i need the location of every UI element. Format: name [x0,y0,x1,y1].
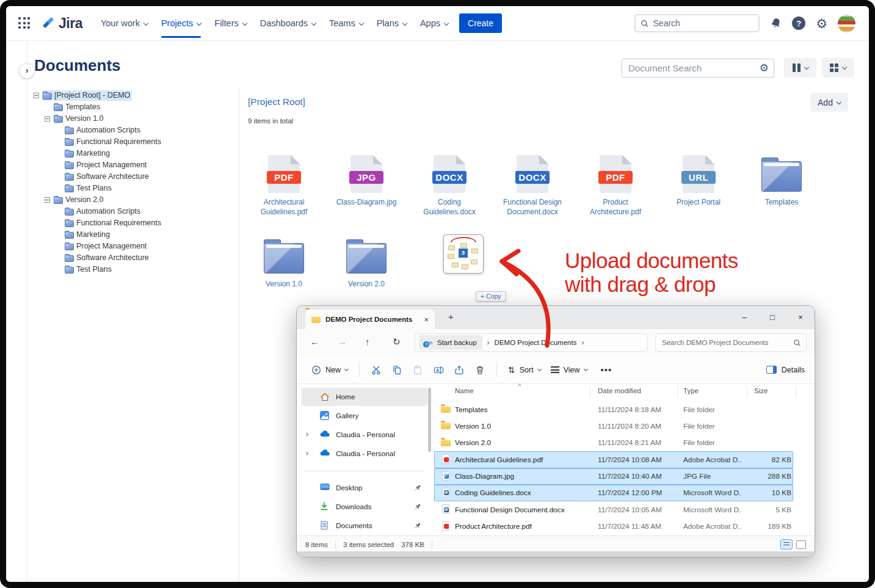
nav-item-dashboards[interactable]: Dashboards [260,18,316,28]
chevron-right-icon[interactable]: › [306,430,308,438]
file-row-version-1-0[interactable]: Version 1.011/11/2024 8:20 AMFile folder [434,418,793,434]
new-button[interactable]: New [307,361,353,379]
tree-item-functional-requirements[interactable]: Functional Requirements [29,217,236,229]
tree-item-software-architecture[interactable]: Software Architecture [29,171,236,183]
forward-icon[interactable]: → [338,336,347,347]
document-item-product-architecture-pdf[interactable]: PDFProduct Architecture.pdf [578,153,653,217]
jira-logo[interactable]: Jira [40,15,82,32]
nav-item-projects[interactable]: Projects [161,18,201,28]
tree-item-marketing[interactable]: Marketing [29,229,236,241]
tree-item-functional-requirements[interactable]: Functional Requirements [29,136,236,148]
column-type[interactable]: Type [683,387,699,394]
file-row-class-diagram-jpg[interactable]: Class-Diagram.jpg11/7/2024 10:40 AMJPG F… [434,468,793,485]
view-button[interactable]: View [546,362,592,378]
paste-icon[interactable] [407,365,428,375]
document-item-project-portal[interactable]: URLProject Portal [661,153,736,207]
document-item-functional-design-document-docx[interactable]: DOCXFunctional Design Document.docx [495,153,570,217]
document-item-version-1-0[interactable]: Version 1.0 [246,234,322,289]
file-row-templates[interactable]: Templates11/11/2024 8:18 AMFile folder [434,401,793,418]
minimize-icon[interactable]: – [730,306,758,329]
sidebar-item-home[interactable]: Home [302,388,427,406]
explorer-search[interactable] [655,333,807,352]
column-divider[interactable] [677,387,678,397]
copy-icon[interactable] [387,365,407,375]
explorer-tab[interactable]: DEMO Project Documents × [305,310,435,329]
app-switcher-icon[interactable] [18,17,31,29]
document-item-class-diagram-jpg[interactable]: JPGClass-Diagram.jpg [329,153,404,207]
tree-item-version-2-0[interactable]: Version 2.0 [29,194,236,206]
maximize-icon[interactable]: □ [758,306,786,329]
cut-icon[interactable] [366,365,387,375]
nav-item-filters[interactable]: Filters [214,18,246,28]
tree-item-project-management[interactable]: Project Management [29,241,236,252]
global-search[interactable] [634,14,760,32]
breadcrumb-path[interactable]: DEMO Project Documents [495,339,577,346]
tree-item-templates[interactable]: Templates [29,101,236,113]
chevron-right-icon[interactable]: › [306,449,308,457]
nav-item-teams[interactable]: Teams [329,18,363,28]
file-row-architectural-guidelines-pdf[interactable]: Architectural Guidelines.pdf11/7/2024 10… [434,451,793,468]
document-item-coding-guidelines-docx[interactable]: DOCXCoding Guidelines.docx [412,153,487,217]
column-name[interactable]: Name [455,387,474,394]
address-bar[interactable]: ☁↻ Start backup › DEMO Project Documents… [415,333,648,352]
file-row-coding-guidelines-docx[interactable]: Coding Guidelines.docx11/7/2024 12:00 PM… [434,485,793,501]
tree-collapse-icon[interactable] [45,116,50,122]
tab-close-icon[interactable]: × [424,315,429,324]
global-search-input[interactable] [653,18,754,28]
column-date-modified[interactable]: Date modified [598,387,641,394]
tree-item-project-management[interactable]: Project Management [29,159,236,171]
nav-item-your-work[interactable]: Your work [101,18,148,28]
sidebar-item-downloads[interactable]: Downloads [302,498,427,516]
sidebar-scrollbar[interactable] [428,388,431,452]
nav-item-plans[interactable]: Plans [377,18,407,28]
details-button[interactable]: Details [766,366,805,374]
document-item-version-2-0[interactable]: Version 2.0 [329,234,404,289]
list-view-toggle-icon[interactable] [780,539,793,550]
tree-item-automation-scripts[interactable]: Automation Scripts [29,206,236,217]
tree-item-test-plans[interactable]: Test Plans [29,264,236,275]
tree-item-project-root-demo[interactable]: [Project Root] - DEMO [29,90,236,101]
new-tab-icon[interactable]: + [448,311,454,322]
drag-preview-card[interactable]: 3 [443,234,484,274]
file-row-functional-design-document-docx[interactable]: Functional Design Document.docx11/7/2024… [434,501,793,518]
column-divider[interactable] [747,387,747,397]
expand-sidebar-button[interactable]: › [19,63,35,79]
sidebar-item-gallery[interactable]: Gallery [302,407,427,425]
settings-gear-icon[interactable]: ⚙ [816,17,827,30]
nav-item-apps[interactable]: Apps [420,18,448,28]
column-divider[interactable] [590,387,590,397]
file-row-product-architecture-pdf[interactable]: Product Architecture.pdf11/7/2024 11:48 … [434,518,793,535]
tree-item-marketing[interactable]: Marketing [29,148,236,159]
up-icon[interactable]: ↑ [365,336,370,347]
help-icon[interactable]: ? [792,16,805,30]
avatar[interactable] [838,15,855,32]
sort-button[interactable]: ⇅ Sort [503,361,546,379]
column-size[interactable]: Size [754,387,768,394]
create-button[interactable]: Create [459,13,502,33]
delete-icon[interactable] [470,365,490,375]
tree-item-test-plans[interactable]: Test Plans [29,183,236,194]
sidebar-item-documents[interactable]: Documents [302,517,427,535]
tree-item-software-architecture[interactable]: Software Architecture [29,252,236,264]
document-item-templates[interactable]: Templates [744,153,819,207]
tree-collapse-icon[interactable] [34,93,39,98]
thumbnail-view-toggle-icon[interactable] [796,540,806,549]
tree-collapse-icon[interactable] [45,197,50,203]
tree-item-version-1-0[interactable]: Version 1.0 [29,113,236,125]
more-options-icon[interactable]: ••• [601,365,612,375]
back-icon[interactable]: ← [310,336,319,347]
column-divider[interactable] [796,387,796,397]
sidebar-item-claudia-personal[interactable]: ›Claudia - Personal [302,445,427,463]
notifications-bell-icon[interactable] [770,18,782,29]
sidebar-item-desktop[interactable]: Desktop [302,479,427,497]
file-row-version-2-0[interactable]: Version 2.011/11/2024 8:21 AMFile folder [434,435,793,451]
refresh-icon[interactable]: ↻ [393,336,401,347]
document-item-architectural-guidelines-pdf[interactable]: PDFArchitectural Guidelines.pdf [246,153,322,217]
tree-item-automation-scripts[interactable]: Automation Scripts [29,125,236,136]
rename-icon[interactable]: A [428,365,449,375]
close-icon[interactable]: × [786,306,815,329]
sidebar-item-claudia-personal[interactable]: ›Claudia - Personal [302,426,427,444]
explorer-search-input[interactable] [662,339,793,346]
share-icon[interactable] [449,365,470,375]
start-backup-button[interactable]: ☁↻ Start backup [419,335,482,350]
